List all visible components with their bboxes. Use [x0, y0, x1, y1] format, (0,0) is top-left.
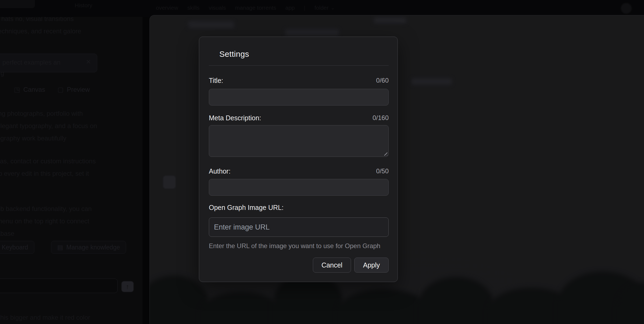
modal-actions: Cancel Apply: [209, 258, 389, 273]
title-label: Title:: [209, 76, 223, 84]
og-field-row: Open Graph Image URL:: [209, 203, 389, 212]
title-field-row: Title: 0/60: [209, 76, 389, 84]
title-input[interactable]: [209, 89, 389, 105]
meta-char-counter: 0/160: [373, 114, 389, 122]
settings-modal: Settings Title: 0/60 Meta Description: 0…: [199, 37, 398, 282]
modal-divider: [209, 65, 389, 66]
author-field-row: Author: 0/50: [209, 167, 389, 175]
meta-description-textarea[interactable]: [209, 125, 389, 157]
author-label: Author:: [209, 167, 231, 175]
og-image-url-label: Open Graph Image URL:: [209, 203, 284, 212]
author-input[interactable]: [209, 179, 389, 196]
apply-button[interactable]: Apply: [354, 258, 389, 273]
meta-textarea-wrap: [209, 125, 389, 157]
meta-description-label: Meta Description:: [209, 114, 261, 122]
title-char-counter: 0/60: [376, 76, 389, 84]
meta-field-row: Meta Description: 0/160: [209, 114, 389, 122]
author-char-counter: 0/50: [376, 167, 389, 175]
og-helper-text: Enter the URL of the image you want to u…: [209, 242, 389, 249]
modal-title: Settings: [209, 49, 389, 59]
app-screen: History overview skills visuals manage t…: [0, 0, 644, 324]
og-image-url-input[interactable]: [209, 217, 389, 237]
cancel-button[interactable]: Cancel: [313, 258, 351, 273]
